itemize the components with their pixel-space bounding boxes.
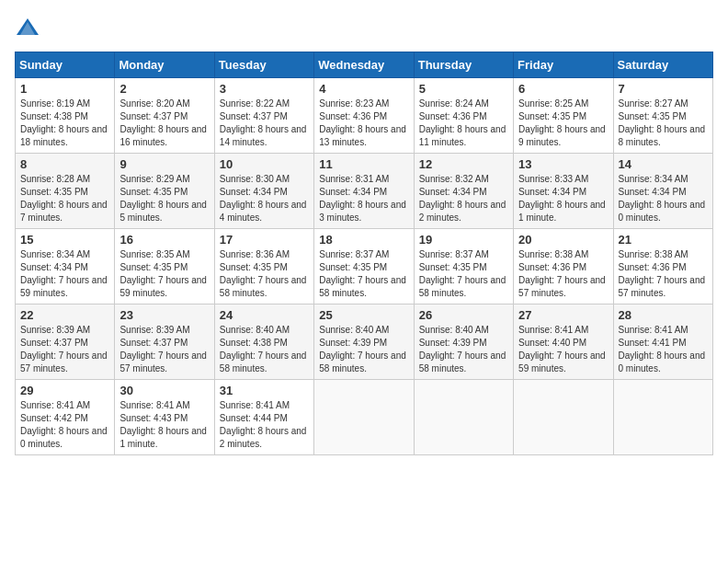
day-cell — [314, 380, 414, 455]
day-info: Sunrise: 8:34 AM Sunset: 4:34 PM Dayligh… — [619, 173, 708, 224]
day-info: Sunrise: 8:40 AM Sunset: 4:39 PM Dayligh… — [419, 324, 508, 375]
day-header-monday: Monday — [115, 52, 214, 78]
day-number: 16 — [119, 233, 209, 247]
day-info: Sunrise: 8:41 AM Sunset: 4:40 PM Dayligh… — [518, 324, 608, 375]
day-info: Sunrise: 8:34 AM Sunset: 4:34 PM Dayligh… — [20, 248, 109, 300]
day-info: Sunrise: 8:40 AM Sunset: 4:39 PM Dayligh… — [319, 324, 408, 375]
day-info: Sunrise: 8:19 AM Sunset: 4:38 PM Dayligh… — [20, 98, 109, 149]
day-info: Sunrise: 8:27 AM Sunset: 4:35 PM Dayligh… — [619, 98, 708, 149]
day-number: 21 — [619, 233, 708, 247]
day-cell: 2 Sunrise: 8:20 AM Sunset: 4:37 PM Dayli… — [115, 78, 214, 154]
day-info: Sunrise: 8:33 AM Sunset: 4:34 PM Dayligh… — [518, 173, 608, 224]
day-cell: 4 Sunrise: 8:23 AM Sunset: 4:36 PM Dayli… — [314, 78, 414, 154]
day-number: 8 — [20, 157, 109, 171]
day-number: 29 — [20, 384, 109, 397]
calendar-body: 1 Sunrise: 8:19 AM Sunset: 4:38 PM Dayli… — [16, 78, 713, 455]
day-number: 2 — [119, 82, 209, 96]
day-cell: 18 Sunrise: 8:37 AM Sunset: 4:35 PM Dayl… — [314, 229, 414, 304]
day-number: 31 — [220, 384, 309, 397]
day-number: 3 — [220, 82, 309, 96]
day-number: 30 — [119, 384, 209, 397]
day-cell: 25 Sunrise: 8:40 AM Sunset: 4:39 PM Dayl… — [314, 304, 414, 380]
day-number: 14 — [619, 157, 708, 171]
day-cell: 5 Sunrise: 8:24 AM Sunset: 4:36 PM Dayli… — [414, 78, 513, 154]
day-cell: 16 Sunrise: 8:35 AM Sunset: 4:35 PM Dayl… — [115, 229, 214, 304]
day-header-thursday: Thursday — [414, 52, 513, 78]
day-info: Sunrise: 8:32 AM Sunset: 4:34 PM Dayligh… — [419, 173, 508, 224]
day-number: 27 — [518, 308, 608, 322]
day-number: 22 — [20, 308, 109, 322]
day-cell: 11 Sunrise: 8:31 AM Sunset: 4:34 PM Dayl… — [314, 154, 414, 229]
day-number: 10 — [220, 157, 309, 171]
day-info: Sunrise: 8:20 AM Sunset: 4:37 PM Dayligh… — [119, 98, 209, 149]
calendar-header: SundayMondayTuesdayWednesdayThursdayFrid… — [16, 52, 713, 78]
day-cell: 1 Sunrise: 8:19 AM Sunset: 4:38 PM Dayli… — [16, 78, 115, 154]
day-cell: 30 Sunrise: 8:41 AM Sunset: 4:43 PM Dayl… — [115, 380, 214, 455]
day-info: Sunrise: 8:28 AM Sunset: 4:35 PM Dayligh… — [20, 173, 109, 224]
day-number: 13 — [518, 157, 608, 171]
day-cell: 6 Sunrise: 8:25 AM Sunset: 4:35 PM Dayli… — [514, 78, 613, 154]
day-number: 18 — [319, 233, 408, 247]
day-header-saturday: Saturday — [613, 52, 712, 78]
day-number: 23 — [119, 308, 209, 322]
day-cell: 29 Sunrise: 8:41 AM Sunset: 4:42 PM Dayl… — [16, 380, 115, 455]
calendar-table: SundayMondayTuesdayWednesdayThursdayFrid… — [15, 52, 713, 455]
week-row-4: 22 Sunrise: 8:39 AM Sunset: 4:37 PM Dayl… — [16, 304, 713, 380]
day-info: Sunrise: 8:40 AM Sunset: 4:38 PM Dayligh… — [220, 324, 309, 375]
day-cell — [414, 380, 513, 455]
day-cell: 21 Sunrise: 8:38 AM Sunset: 4:36 PM Dayl… — [613, 229, 712, 304]
day-cell: 8 Sunrise: 8:28 AM Sunset: 4:35 PM Dayli… — [16, 154, 115, 229]
week-row-3: 15 Sunrise: 8:34 AM Sunset: 4:34 PM Dayl… — [16, 229, 713, 304]
day-info: Sunrise: 8:39 AM Sunset: 4:37 PM Dayligh… — [20, 324, 109, 375]
day-number: 25 — [319, 308, 408, 322]
day-info: Sunrise: 8:38 AM Sunset: 4:36 PM Dayligh… — [619, 248, 708, 300]
logo — [15, 15, 44, 40]
day-cell: 20 Sunrise: 8:38 AM Sunset: 4:36 PM Dayl… — [514, 229, 613, 304]
day-cell: 27 Sunrise: 8:41 AM Sunset: 4:40 PM Dayl… — [514, 304, 613, 380]
day-cell: 19 Sunrise: 8:37 AM Sunset: 4:35 PM Dayl… — [414, 229, 513, 304]
day-cell: 17 Sunrise: 8:36 AM Sunset: 4:35 PM Dayl… — [214, 229, 313, 304]
day-info: Sunrise: 8:24 AM Sunset: 4:36 PM Dayligh… — [419, 98, 508, 149]
day-cell: 24 Sunrise: 8:40 AM Sunset: 4:38 PM Dayl… — [214, 304, 313, 380]
day-cell: 14 Sunrise: 8:34 AM Sunset: 4:34 PM Dayl… — [613, 154, 712, 229]
day-info: Sunrise: 8:38 AM Sunset: 4:36 PM Dayligh… — [518, 248, 608, 300]
day-info: Sunrise: 8:41 AM Sunset: 4:43 PM Dayligh… — [119, 399, 209, 451]
day-cell: 22 Sunrise: 8:39 AM Sunset: 4:37 PM Dayl… — [16, 304, 115, 380]
day-cell: 10 Sunrise: 8:30 AM Sunset: 4:34 PM Dayl… — [214, 154, 313, 229]
day-header-row: SundayMondayTuesdayWednesdayThursdayFrid… — [16, 52, 713, 78]
week-row-1: 1 Sunrise: 8:19 AM Sunset: 4:38 PM Dayli… — [16, 78, 713, 154]
day-number: 15 — [20, 233, 109, 247]
day-cell: 13 Sunrise: 8:33 AM Sunset: 4:34 PM Dayl… — [514, 154, 613, 229]
day-number: 5 — [419, 82, 508, 96]
day-cell: 7 Sunrise: 8:27 AM Sunset: 4:35 PM Dayli… — [613, 78, 712, 154]
day-cell: 3 Sunrise: 8:22 AM Sunset: 4:37 PM Dayli… — [214, 78, 313, 154]
day-info: Sunrise: 8:29 AM Sunset: 4:35 PM Dayligh… — [119, 173, 209, 224]
day-number: 7 — [619, 82, 708, 96]
day-cell: 23 Sunrise: 8:39 AM Sunset: 4:37 PM Dayl… — [115, 304, 214, 380]
day-number: 1 — [20, 82, 109, 96]
day-info: Sunrise: 8:25 AM Sunset: 4:35 PM Dayligh… — [518, 98, 608, 149]
day-cell: 9 Sunrise: 8:29 AM Sunset: 4:35 PM Dayli… — [115, 154, 214, 229]
day-cell: 31 Sunrise: 8:41 AM Sunset: 4:44 PM Dayl… — [214, 380, 313, 455]
day-number: 4 — [319, 82, 408, 96]
day-number: 24 — [220, 308, 309, 322]
day-info: Sunrise: 8:23 AM Sunset: 4:36 PM Dayligh… — [319, 98, 408, 149]
day-cell — [613, 380, 712, 455]
day-info: Sunrise: 8:37 AM Sunset: 4:35 PM Dayligh… — [319, 248, 408, 300]
day-cell: 26 Sunrise: 8:40 AM Sunset: 4:39 PM Dayl… — [414, 304, 513, 380]
week-row-5: 29 Sunrise: 8:41 AM Sunset: 4:42 PM Dayl… — [16, 380, 713, 455]
logo-icon — [15, 15, 40, 40]
day-header-sunday: Sunday — [16, 52, 115, 78]
day-number: 9 — [119, 157, 209, 171]
day-info: Sunrise: 8:31 AM Sunset: 4:34 PM Dayligh… — [319, 173, 408, 224]
day-cell: 15 Sunrise: 8:34 AM Sunset: 4:34 PM Dayl… — [16, 229, 115, 304]
day-number: 19 — [419, 233, 508, 247]
day-header-wednesday: Wednesday — [314, 52, 414, 78]
day-info: Sunrise: 8:41 AM Sunset: 4:41 PM Dayligh… — [619, 324, 708, 375]
header — [15, 15, 713, 40]
day-number: 6 — [518, 82, 608, 96]
day-info: Sunrise: 8:36 AM Sunset: 4:35 PM Dayligh… — [220, 248, 309, 300]
day-number: 17 — [220, 233, 309, 247]
day-info: Sunrise: 8:22 AM Sunset: 4:37 PM Dayligh… — [220, 98, 309, 149]
day-info: Sunrise: 8:37 AM Sunset: 4:35 PM Dayligh… — [419, 248, 508, 300]
